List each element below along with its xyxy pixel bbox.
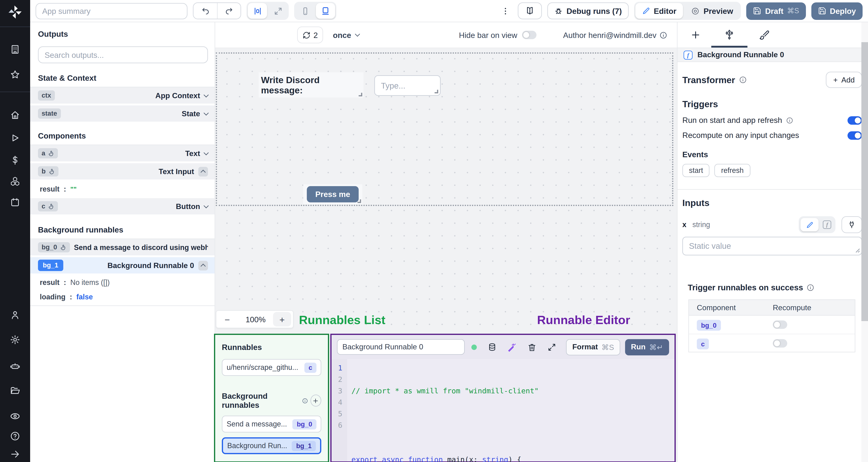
runnables-title: Runnables xyxy=(222,343,321,352)
hide-bar-toggle[interactable] xyxy=(522,31,537,39)
ai-wand-icon[interactable] xyxy=(507,342,517,352)
refresh-count-button[interactable]: 2 xyxy=(297,27,323,43)
resize-handle[interactable] xyxy=(358,199,361,203)
chevron-up-icon[interactable] xyxy=(198,167,208,176)
bg0-badge: bg_0 xyxy=(38,242,70,253)
desktop-view-button[interactable] xyxy=(316,3,335,19)
mobile-view-button[interactable] xyxy=(296,3,315,19)
tab-add-component[interactable] xyxy=(690,30,701,40)
bg0-row[interactable]: bg_0 Send a message to discord using web… xyxy=(30,239,215,255)
resize-handle[interactable] xyxy=(359,93,362,96)
settings-gear-icon[interactable] xyxy=(10,335,20,345)
code-editor[interactable]: 1 2 3 4 5 6 // import * as wmill from "w… xyxy=(332,359,675,461)
runs-play-icon[interactable] xyxy=(10,133,20,143)
bg1-loading-row[interactable]: loading : false xyxy=(30,290,215,304)
undo-button[interactable] xyxy=(193,3,217,19)
zoom-out-button[interactable]: − xyxy=(216,314,238,325)
docs-book-button[interactable] xyxy=(518,2,542,19)
kebab-menu-icon[interactable] xyxy=(499,6,513,15)
tab-component-settings[interactable] xyxy=(723,29,735,41)
chevron-down-icon[interactable] xyxy=(204,203,209,208)
delete-trash-icon[interactable] xyxy=(527,342,536,352)
code-content[interactable]: // import * as wmill from "windmill-clie… xyxy=(347,359,539,461)
search-outputs-input[interactable] xyxy=(38,46,208,63)
expression-mode-icon[interactable]: f xyxy=(823,221,831,229)
app-summary-input[interactable] xyxy=(36,3,187,19)
resize-handle[interactable] xyxy=(435,90,438,93)
output-row-ctx[interactable]: ctx App Context xyxy=(30,87,215,104)
runnable-item-bg1-selected[interactable]: Background Run... bg_1 xyxy=(222,437,321,454)
press-me-button[interactable]: Press me xyxy=(307,186,359,202)
collapse-arrow-icon[interactable] xyxy=(10,449,20,459)
hand-pointer-icon xyxy=(49,168,55,174)
chevron-down-icon[interactable] xyxy=(204,92,209,97)
runnable-item-bg0[interactable]: Send a message... bg_0 xyxy=(222,416,321,432)
bg1-row[interactable]: bg_1 Background Runnable 0 xyxy=(30,257,215,273)
refresh-icon xyxy=(303,31,310,39)
run-on-start-toggle[interactable] xyxy=(847,116,862,125)
home-icon[interactable] xyxy=(10,110,20,120)
runnable-item-scrape-github[interactable]: u/henri/scrape_githu... c xyxy=(222,359,321,376)
workers-robot-icon[interactable] xyxy=(10,361,21,372)
event-refresh-pill[interactable]: refresh xyxy=(714,164,750,177)
variables-dollar-icon[interactable] xyxy=(10,155,20,165)
tab-editor[interactable]: Editor xyxy=(635,3,683,19)
frequency-dropdown[interactable]: once xyxy=(333,31,359,39)
tab-preview[interactable]: Preview xyxy=(684,3,740,19)
schedules-calendar-icon[interactable] xyxy=(10,197,20,208)
component-row-c[interactable]: c Button xyxy=(30,198,215,214)
workspace-building-icon[interactable] xyxy=(10,44,20,55)
deploy-button[interactable]: Deploy xyxy=(811,2,863,20)
right-panel-tabs xyxy=(678,22,868,48)
connect-plug-button[interactable] xyxy=(841,216,862,233)
align-center-button[interactable] xyxy=(248,3,267,19)
state-type-label: State xyxy=(182,109,200,118)
debug-runs-label: Debug runs (7) xyxy=(567,6,622,15)
folders-icon[interactable] xyxy=(10,386,20,396)
recompute-toggle[interactable] xyxy=(847,131,862,139)
run-button[interactable]: Run ⌘↵ xyxy=(625,339,669,355)
event-start-pill[interactable]: start xyxy=(682,164,710,177)
c-recompute-toggle[interactable] xyxy=(773,339,787,348)
expand-editor-icon[interactable] xyxy=(547,342,556,352)
user-icon[interactable] xyxy=(10,310,20,320)
chevron-down-icon[interactable] xyxy=(204,150,209,155)
state-context-title: State & Context xyxy=(38,73,215,82)
selected-runnable-header[interactable]: f Background Runnable 0 xyxy=(678,48,868,62)
textarea-resize-icon[interactable] xyxy=(855,248,860,253)
chevron-down-icon[interactable] xyxy=(204,110,209,115)
b-result-row[interactable]: result : "" xyxy=(30,181,215,197)
help-icon[interactable] xyxy=(10,431,20,441)
windmill-logo-icon[interactable] xyxy=(7,4,23,20)
discord-message-input[interactable] xyxy=(374,75,441,96)
add-transformer-button[interactable]: + Add xyxy=(826,72,862,88)
audit-eye-icon[interactable] xyxy=(10,411,21,422)
runnable-name-input[interactable] xyxy=(337,339,465,355)
add-background-runnable-button[interactable] xyxy=(310,395,321,406)
chevron-up-icon[interactable] xyxy=(198,261,208,270)
run-shortcut: ⌘↵ xyxy=(649,342,663,352)
static-value-input[interactable] xyxy=(682,237,862,255)
zoom-in-button[interactable]: + xyxy=(273,312,291,327)
draft-button[interactable]: Draft ⌘S xyxy=(746,2,806,20)
text-component[interactable]: Write Discord message: xyxy=(258,72,364,98)
textinput-component[interactable] xyxy=(374,75,441,96)
cache-database-icon[interactable] xyxy=(488,342,497,352)
favorites-star-icon[interactable] xyxy=(10,70,20,80)
undo-redo-group xyxy=(193,2,241,19)
bg0-recompute-toggle[interactable] xyxy=(773,321,787,329)
debug-runs-button[interactable]: Debug runs (7) xyxy=(547,2,628,19)
bg1-result-row[interactable]: result : No items ([]) xyxy=(30,275,215,290)
tab-styling-brush[interactable] xyxy=(759,30,770,40)
component-row-a[interactable]: a Text xyxy=(30,145,215,161)
scrollbar-track[interactable] xyxy=(861,22,868,462)
resources-cubes-icon[interactable] xyxy=(10,176,20,187)
format-button[interactable]: Format ⌘S xyxy=(566,339,620,355)
hand-pointer-icon xyxy=(48,203,54,209)
component-row-b[interactable]: b Text Input xyxy=(30,163,215,179)
redo-button[interactable] xyxy=(217,3,241,19)
scrollbar-thumb[interactable] xyxy=(861,42,868,321)
static-mode-pencil-icon[interactable] xyxy=(801,218,818,231)
fullscreen-button[interactable] xyxy=(268,3,287,19)
output-row-state[interactable]: state State xyxy=(30,105,215,122)
